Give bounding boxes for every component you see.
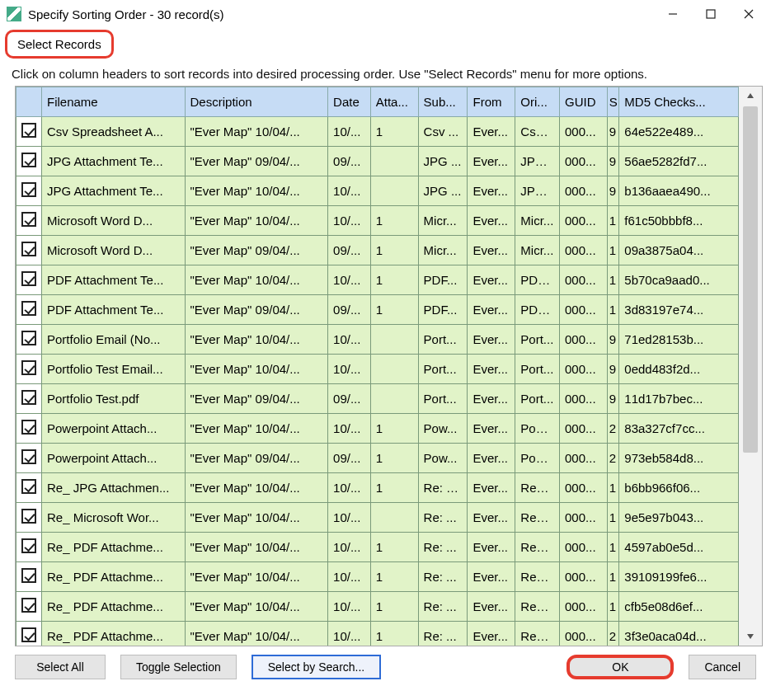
table-row[interactable]: Re_ JPG Attachmen..."Ever Map" 10/04/...…: [16, 473, 739, 503]
table-row[interactable]: Portfolio Test Email..."Ever Map" 10/04/…: [16, 355, 739, 384]
header-guid[interactable]: GUID: [560, 87, 608, 117]
header-s[interactable]: S: [607, 87, 618, 117]
scroll-down-icon[interactable]: [739, 627, 762, 646]
row-checkbox[interactable]: [16, 206, 42, 236]
cell-filename: Re_ Microsoft Wor...: [41, 503, 185, 533]
cell-s: 2: [607, 414, 618, 444]
table-row[interactable]: Re_ PDF Attachme..."Ever Map" 10/04/...1…: [16, 533, 739, 562]
row-checkbox[interactable]: [16, 533, 42, 562]
scroll-thumb[interactable]: [743, 106, 758, 453]
table-row[interactable]: Re_ PDF Attachme..."Ever Map" 10/04/...1…: [16, 592, 739, 622]
row-checkbox[interactable]: [16, 236, 42, 265]
row-checkbox[interactable]: [16, 503, 42, 533]
cell-from: Ever...: [468, 592, 515, 622]
row-checkbox[interactable]: [16, 562, 42, 592]
table-row[interactable]: Csv Spreadsheet A..."Ever Map" 10/04/...…: [16, 117, 739, 147]
row-checkbox[interactable]: [16, 622, 42, 646]
table-row[interactable]: JPG Attachment Te..."Ever Map" 10/04/...…: [16, 176, 739, 206]
cell-attach: [370, 503, 418, 533]
header-description[interactable]: Description: [185, 87, 328, 117]
toggle-selection-button[interactable]: Toggle Selection: [120, 655, 237, 679]
checkmark-icon: [21, 509, 36, 524]
cell-description: "Ever Map" 10/04/...: [185, 414, 328, 444]
row-checkbox[interactable]: [16, 444, 42, 473]
cell-origin: Re_ ...: [515, 473, 560, 503]
row-checkbox[interactable]: [16, 355, 42, 384]
cancel-button[interactable]: Cancel: [689, 655, 756, 679]
cell-md5: 56ae5282fd7...: [619, 147, 739, 176]
row-checkbox[interactable]: [16, 473, 42, 503]
header-attach[interactable]: Atta...: [370, 87, 418, 117]
cell-date: 10/...: [328, 355, 371, 384]
menu-select-records[interactable]: Select Records: [5, 30, 114, 59]
row-checkbox[interactable]: [16, 265, 42, 295]
row-checkbox[interactable]: [16, 117, 42, 147]
checkmark-icon: [21, 123, 36, 138]
row-checkbox[interactable]: [16, 295, 42, 325]
table-row[interactable]: Re_ PDF Attachme..."Ever Map" 10/04/...1…: [16, 562, 739, 592]
table-row[interactable]: Re_ Microsoft Wor..."Ever Map" 10/04/...…: [16, 503, 739, 533]
cell-subject: Port...: [418, 325, 468, 355]
cell-date: 10/...: [328, 117, 371, 147]
table-row[interactable]: JPG Attachment Te..."Ever Map" 09/04/...…: [16, 147, 739, 176]
cell-guid: 000...: [560, 562, 608, 592]
cell-attach: 1: [370, 265, 418, 295]
table-row[interactable]: Portfolio Email (No..."Ever Map" 10/04/.…: [16, 325, 739, 355]
table-row[interactable]: Re_ PDF Attachme..."Ever Map" 10/04/...1…: [16, 622, 739, 646]
row-checkbox[interactable]: [16, 147, 42, 176]
table-row[interactable]: PDF Attachment Te..."Ever Map" 10/04/...…: [16, 265, 739, 295]
table-row[interactable]: Portfolio Test.pdf"Ever Map" 09/04/...09…: [16, 384, 739, 414]
row-checkbox[interactable]: [16, 176, 42, 206]
header-subject[interactable]: Sub...: [418, 87, 468, 117]
row-checkbox[interactable]: [16, 414, 42, 444]
cell-attach: 1: [370, 236, 418, 265]
select-all-button[interactable]: Select All: [15, 655, 106, 679]
records-table: Filename Description Date Atta... Sub...…: [16, 87, 739, 646]
row-checkbox[interactable]: [16, 325, 42, 355]
table-row[interactable]: Microsoft Word D..."Ever Map" 10/04/...1…: [16, 206, 739, 236]
cell-attach: 1: [370, 533, 418, 562]
cell-from: Ever...: [468, 295, 515, 325]
row-checkbox[interactable]: [16, 592, 42, 622]
table-row[interactable]: PDF Attachment Te..."Ever Map" 09/04/...…: [16, 295, 739, 325]
close-button[interactable]: [730, 2, 768, 26]
header-from[interactable]: From: [468, 87, 515, 117]
cell-date: 09/...: [328, 147, 371, 176]
ok-button[interactable]: OK: [566, 655, 674, 679]
cell-from: Ever...: [468, 562, 515, 592]
cell-date: 10/...: [328, 265, 371, 295]
cell-origin: Csv ...: [515, 117, 560, 147]
cell-origin: Pow...: [515, 444, 560, 473]
cell-subject: Port...: [418, 384, 468, 414]
cell-origin: PDF...: [515, 265, 560, 295]
row-checkbox[interactable]: [16, 384, 42, 414]
header-md5[interactable]: MD5 Checks...: [619, 87, 739, 117]
header-date[interactable]: Date: [328, 87, 371, 117]
header-filename[interactable]: Filename: [41, 87, 185, 117]
checkmark-icon: [21, 390, 36, 405]
cell-date: 10/...: [328, 414, 371, 444]
header-origin[interactable]: Ori...: [515, 87, 560, 117]
cell-filename: Microsoft Word D...: [41, 206, 185, 236]
table-row[interactable]: Powerpoint Attach..."Ever Map" 10/04/...…: [16, 414, 739, 444]
checkmark-icon: [21, 331, 36, 345]
cell-description: "Ever Map" 10/04/...: [185, 503, 328, 533]
cell-attach: 1: [370, 206, 418, 236]
cell-md5: 71ed28153b...: [619, 325, 739, 355]
cell-from: Ever...: [468, 473, 515, 503]
vertical-scrollbar[interactable]: [739, 87, 762, 646]
scroll-up-icon[interactable]: [739, 87, 762, 105]
header-checkbox[interactable]: [16, 87, 42, 117]
cell-filename: Microsoft Word D...: [41, 236, 185, 265]
table-row[interactable]: Microsoft Word D..."Ever Map" 09/04/...0…: [16, 236, 739, 265]
cell-from: Ever...: [468, 265, 515, 295]
cell-origin: Micr...: [515, 236, 560, 265]
cell-md5: 64e522e489...: [619, 117, 739, 147]
cell-guid: 000...: [560, 622, 608, 646]
maximize-button[interactable]: [692, 2, 730, 26]
table-row[interactable]: Powerpoint Attach..."Ever Map" 09/04/...…: [16, 444, 739, 473]
cell-origin: Re_ ...: [515, 562, 560, 592]
minimize-button[interactable]: [654, 2, 692, 26]
cell-filename: Re_ PDF Attachme...: [41, 562, 185, 592]
select-by-search-button[interactable]: Select by Search...: [252, 655, 382, 679]
